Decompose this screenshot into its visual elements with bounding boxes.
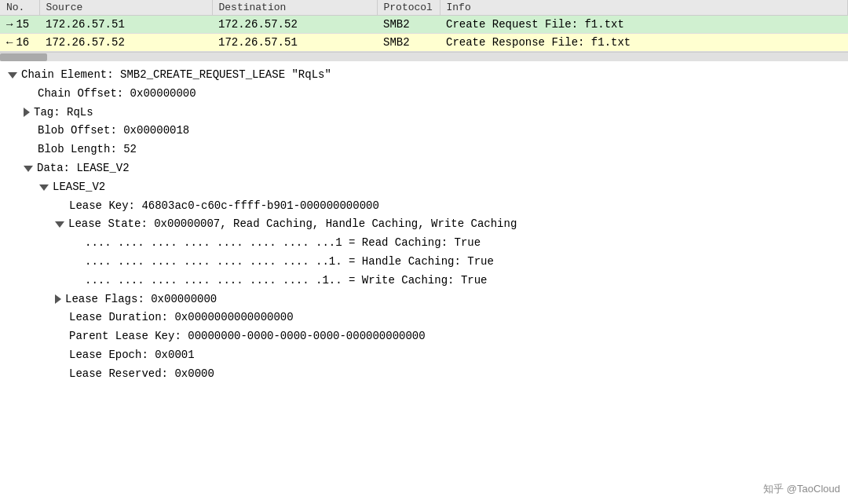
expand-right-icon — [24, 108, 30, 117]
cell-protocol: SMB2 — [377, 34, 440, 52]
cell-no: →15 — [0, 16, 39, 34]
arrow-icon: ← — [6, 36, 13, 49]
detail-line[interactable]: Lease Flags: 0x00000000 — [8, 290, 840, 309]
cell-destination: 172.26.57.51 — [212, 34, 377, 52]
detail-line[interactable]: LEASE_V2 — [8, 178, 840, 197]
expand-down-icon — [39, 184, 49, 191]
col-header-protocol: Protocol — [377, 0, 440, 16]
cell-info: Create Response File: f1.txt — [440, 34, 848, 52]
detail-line[interactable]: Parent Lease Key: 00000000-0000-0000-000… — [8, 327, 840, 346]
detail-text: Lease Key: 46803ac0-c60c-ffff-b901-00000… — [69, 197, 379, 216]
detail-line[interactable]: Lease Duration: 0x0000000000000000 — [8, 309, 840, 327]
detail-text: Blob Offset: 0x00000018 — [38, 122, 189, 141]
detail-text: Chain Element: SMB2_CREATE_REQUEST_LEASE… — [21, 66, 331, 85]
detail-line[interactable]: Chain Element: SMB2_CREATE_REQUEST_LEASE… — [8, 66, 840, 85]
detail-text: Data: LEASE_V2 — [37, 159, 130, 178]
detail-text: Tag: RqLs — [34, 104, 93, 122]
detail-line[interactable]: Lease Epoch: 0x0001 — [8, 346, 840, 365]
detail-text: .... .... .... .... .... .... .... ...1 … — [85, 234, 481, 253]
col-header-source: Source — [39, 0, 212, 16]
table-row[interactable]: ←16 172.26.57.52 172.26.57.51 SMB2 Creat… — [0, 34, 848, 52]
horizontal-scrollbar[interactable] — [0, 52, 848, 61]
detail-line[interactable]: .... .... .... .... .... .... .... .1.. … — [8, 272, 840, 290]
expand-down-icon — [24, 166, 33, 172]
detail-text: Lease Duration: 0x0000000000000000 — [69, 309, 294, 327]
detail-text: Parent Lease Key: 00000000-0000-0000-000… — [69, 327, 426, 346]
detail-text: Lease State: 0x00000007, Read Caching, H… — [68, 215, 517, 234]
detail-text: LEASE_V2 — [53, 178, 105, 197]
detail-line[interactable]: Blob Length: 52 — [8, 141, 840, 159]
col-header-no: No. — [0, 0, 39, 16]
scrollbar-thumb[interactable] — [0, 53, 47, 61]
detail-text: Chain Offset: 0x00000000 — [38, 85, 196, 104]
detail-line[interactable]: Data: LEASE_V2 — [8, 159, 840, 178]
detail-line[interactable]: Tag: RqLs — [8, 104, 840, 122]
cell-destination: 172.26.57.52 — [212, 16, 377, 34]
detail-line[interactable]: Blob Offset: 0x00000018 — [8, 122, 840, 141]
detail-text: .... .... .... .... .... .... .... .1.. … — [85, 272, 487, 290]
watermark: 知乎 @TaoCloud — [763, 482, 840, 496]
detail-text: Lease Epoch: 0x0001 — [69, 346, 195, 365]
detail-line[interactable]: .... .... .... .... .... .... .... ...1 … — [8, 234, 840, 253]
cell-info: Create Request File: f1.txt — [440, 16, 848, 34]
table-row[interactable]: →15 172.26.57.51 172.26.57.52 SMB2 Creat… — [0, 16, 848, 34]
col-header-info: Info — [440, 0, 848, 16]
packet-list: No. Source Destination Protocol Info →15… — [0, 0, 848, 52]
table-header: No. Source Destination Protocol Info — [0, 0, 848, 16]
expand-right-icon — [55, 294, 61, 304]
detail-pane: Chain Element: SMB2_CREATE_REQUEST_LEASE… — [0, 61, 848, 389]
cell-no: ←16 — [0, 34, 39, 52]
cell-source: 172.26.57.52 — [39, 34, 212, 52]
detail-text: Lease Reserved: 0x0000 — [69, 365, 214, 384]
cell-source: 172.26.57.51 — [39, 16, 212, 34]
detail-text: Blob Length: 52 — [38, 141, 137, 159]
detail-line[interactable]: Lease Reserved: 0x0000 — [8, 365, 840, 384]
expand-down-icon — [55, 221, 64, 228]
cell-protocol: SMB2 — [377, 16, 440, 34]
detail-text: .... .... .... .... .... .... .... ..1. … — [85, 253, 494, 272]
detail-text: Lease Flags: 0x00000000 — [65, 290, 217, 309]
detail-line[interactable]: Lease Key: 46803ac0-c60c-ffff-b901-00000… — [8, 197, 840, 216]
col-header-destination: Destination — [212, 0, 377, 16]
expand-down-icon — [8, 72, 17, 79]
detail-line[interactable]: Chain Offset: 0x00000000 — [8, 85, 840, 104]
arrow-icon: → — [6, 18, 13, 31]
detail-line[interactable]: .... .... .... .... .... .... .... ..1. … — [8, 253, 840, 272]
detail-line[interactable]: Lease State: 0x00000007, Read Caching, H… — [8, 215, 840, 234]
